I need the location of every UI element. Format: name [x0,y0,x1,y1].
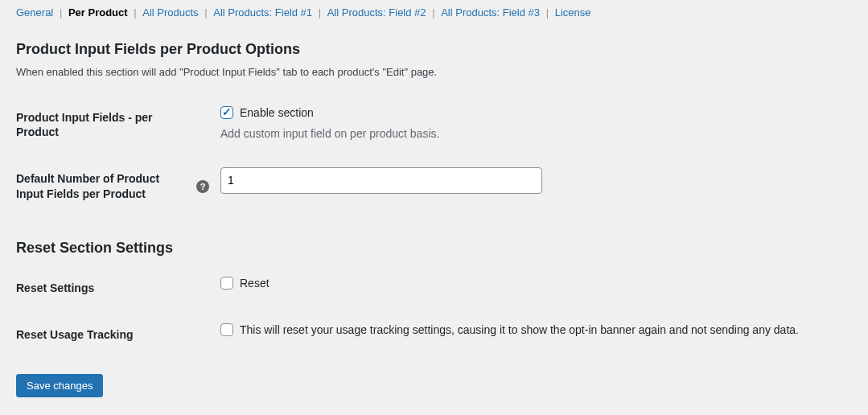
enable-section-description: Add custom input field on per product ba… [220,127,844,140]
enable-section-label: Product Input Fields - per Product [16,94,193,155]
default-number-label: Default Number of Product Input Fields p… [16,155,193,216]
tab-field-3[interactable]: All Products: Field #3 [441,6,540,18]
help-icon[interactable]: ? [196,180,209,193]
section-heading: Product Input Fields per Product Options [16,41,852,58]
enable-section-checkbox-label: Enable section [240,106,314,119]
tab-per-product[interactable]: Per Product [68,6,128,18]
save-button[interactable]: Save changes [16,374,103,397]
default-number-input[interactable] [220,167,542,193]
reset-section-heading: Reset Section Settings [16,240,852,257]
reset-settings-checkbox[interactable] [220,277,233,290]
reset-usage-label: Reset Usage Tracking [16,311,193,358]
reset-settings-checkbox-label: Reset [240,277,269,290]
tab-general[interactable]: General [16,6,53,18]
section-description: When enabled this section will add "Prod… [16,66,852,78]
tab-license[interactable]: License [555,6,591,18]
tab-field-2[interactable]: All Products: Field #2 [327,6,426,18]
sub-tabs: General | Per Product | All Products | A… [16,6,852,18]
reset-usage-checkbox-label: This will reset your usage tracking sett… [240,323,799,336]
tab-field-1[interactable]: All Products: Field #1 [213,6,312,18]
reset-usage-checkbox[interactable] [220,323,233,336]
enable-section-checkbox[interactable] [220,106,233,119]
tab-all-products[interactable]: All Products [142,6,198,18]
reset-settings-label: Reset Settings [16,265,193,311]
